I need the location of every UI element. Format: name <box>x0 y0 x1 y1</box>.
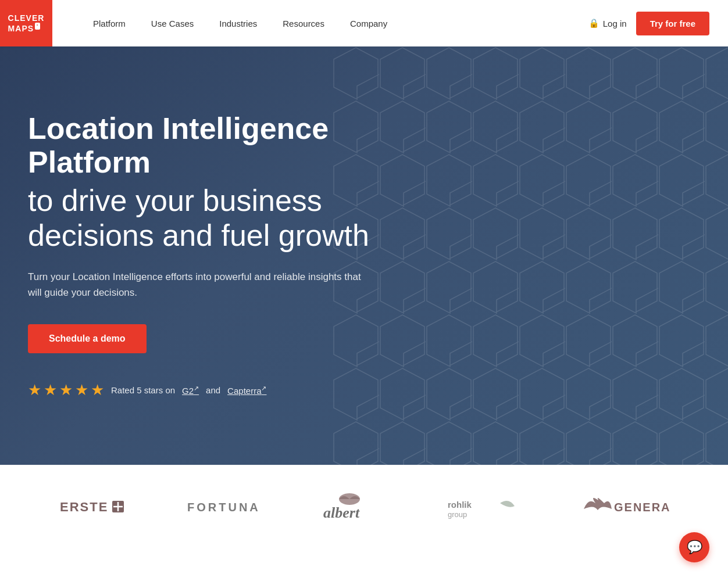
nav-item-platform[interactable]: Platform <box>80 0 138 46</box>
nav-item-company[interactable]: Company <box>337 0 400 46</box>
lock-icon: 🔒 <box>588 18 599 28</box>
rating-prefix: Rated 5 stars on <box>111 385 175 395</box>
svg-text:FORTUNA: FORTUNA <box>187 501 260 514</box>
svg-text:group: group <box>448 510 467 519</box>
star-4: ★ <box>75 381 88 399</box>
generali-logo: GENERALI <box>578 492 671 521</box>
navbar: CLEVER MAPS' Platform Use Cases Industri… <box>0 0 728 46</box>
nav-right: 🔒 Log in Try for free <box>588 12 709 35</box>
hero-section: Location Intelligence Platform to drive … <box>0 46 728 465</box>
rohlik-logo: rohlik group <box>445 492 520 521</box>
logo-generali: GENERALI <box>578 492 671 521</box>
star-1: ★ <box>28 381 41 399</box>
svg-text:albert: albert <box>323 504 360 521</box>
login-label: Log in <box>603 19 627 28</box>
rating-row: ★ ★ ★ ★ ★ Rated 5 stars on G2↗ and Capte… <box>28 381 435 399</box>
star-3: ★ <box>59 381 73 399</box>
hero-title-light: to drive your business decisions and fue… <box>28 184 435 253</box>
logos-bar: ERSTE FORTUNA albert rohlik group <box>0 465 728 547</box>
nav-item-resources[interactable]: Resources <box>270 0 337 46</box>
logo[interactable]: CLEVER MAPS' <box>19 0 52 46</box>
logo-fortuna: FORTUNA <box>184 492 260 521</box>
hero-subtitle: Turn your Location Intelligence efforts … <box>28 269 365 300</box>
albert-logo: albert <box>317 489 387 523</box>
g2-link[interactable]: G2↗ <box>182 385 199 396</box>
star-rating: ★ ★ ★ ★ ★ <box>28 381 104 399</box>
star-2: ★ <box>44 381 57 399</box>
nav-item-use-cases[interactable]: Use Cases <box>138 0 206 46</box>
svg-text:rohlik: rohlik <box>448 500 472 510</box>
login-link[interactable]: 🔒 Log in <box>588 18 627 28</box>
g2-external-icon: ↗ <box>194 385 199 392</box>
schedule-demo-button[interactable]: Schedule a demo <box>28 324 147 353</box>
nav-links: Platform Use Cases Industries Resources … <box>80 0 588 46</box>
try-free-button[interactable]: Try for free <box>636 12 709 35</box>
svg-text:GENERALI: GENERALI <box>614 501 671 514</box>
svg-text:ERSTE: ERSTE <box>60 500 108 514</box>
hero-content: Location Intelligence Platform to drive … <box>28 112 435 399</box>
fortuna-logo: FORTUNA <box>184 492 260 521</box>
hero-title-bold: Location Intelligence Platform <box>28 112 435 178</box>
rating-and: and <box>206 385 220 395</box>
nav-item-industries[interactable]: Industries <box>206 0 270 46</box>
logo-text: CLEVER MAPS' <box>8 13 45 33</box>
logo-albert: albert <box>317 489 387 523</box>
logo-rohlik: rohlik group <box>445 492 520 521</box>
erste-logo: ERSTE <box>57 492 127 521</box>
chat-icon: 💬 <box>687 540 702 547</box>
star-5: ★ <box>91 381 104 399</box>
logo-erste: ERSTE <box>57 492 127 521</box>
capterra-link[interactable]: Capterra↗ <box>227 385 266 396</box>
capterra-external-icon: ↗ <box>261 385 266 392</box>
